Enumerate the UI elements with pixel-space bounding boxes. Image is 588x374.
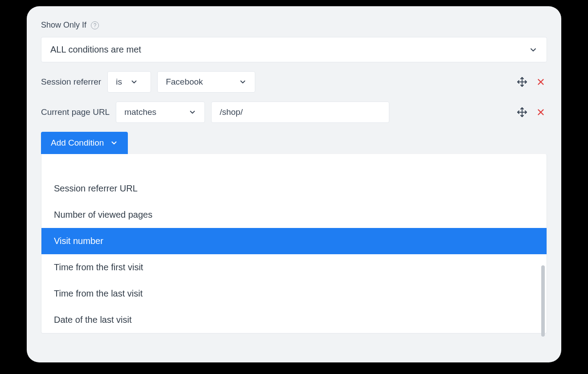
condition-field-label: Session referrer	[41, 77, 101, 87]
move-icon[interactable]	[516, 106, 528, 118]
condition-value-text: /shop/	[220, 107, 243, 117]
chevron-down-icon	[529, 45, 538, 54]
section-header: Show Only If ?	[41, 20, 547, 30]
dropdown-item-visit-number[interactable]: Visit number	[41, 228, 547, 254]
mode-select-value: ALL conditions are met	[50, 45, 141, 55]
condition-field-label: Current page URL	[41, 107, 110, 117]
move-icon[interactable]	[516, 76, 528, 88]
dropdown-item-date-of-last-visit[interactable]: Date of the last visit	[41, 307, 547, 333]
condition-row: Current page URL matches /shop/	[41, 102, 547, 123]
add-condition-dropdown: Session referrer URL Number of viewed pa…	[41, 154, 547, 333]
condition-value-input[interactable]: /shop/	[211, 102, 389, 123]
conditions-panel: Show Only If ? ALL conditions are met Se…	[27, 6, 561, 362]
dropdown-item-session-referrer-url[interactable]: Session referrer URL	[41, 175, 547, 202]
mode-select[interactable]: ALL conditions are met	[41, 37, 547, 62]
condition-operator-select[interactable]: matches	[116, 102, 205, 123]
condition-row: Session referrer is Facebook	[41, 71, 547, 93]
help-icon[interactable]: ?	[91, 21, 99, 29]
delete-icon[interactable]	[535, 106, 547, 118]
chevron-down-icon	[130, 78, 138, 86]
add-condition-button[interactable]: Add Condition	[41, 132, 128, 154]
condition-operator-value: matches	[124, 107, 156, 117]
dropdown-item-time-from-first-visit[interactable]: Time from the first visit	[41, 254, 547, 280]
dropdown-item-number-viewed-pages[interactable]: Number of viewed pages	[41, 202, 547, 228]
chevron-down-icon	[188, 108, 196, 116]
dropdown-item-time-from-last-visit[interactable]: Time from the last visit	[41, 280, 547, 307]
chevron-down-icon	[239, 78, 247, 86]
section-title: Show Only If	[41, 20, 86, 30]
condition-operator-value: is	[116, 77, 122, 87]
dropdown-scrollbar[interactable]	[541, 265, 545, 337]
condition-value-text: Facebook	[166, 77, 203, 87]
chevron-down-icon	[110, 139, 118, 147]
delete-icon[interactable]	[535, 76, 547, 88]
add-condition-label: Add Condition	[51, 138, 104, 148]
condition-operator-select[interactable]: is	[107, 71, 151, 93]
condition-value-select[interactable]: Facebook	[157, 71, 255, 93]
